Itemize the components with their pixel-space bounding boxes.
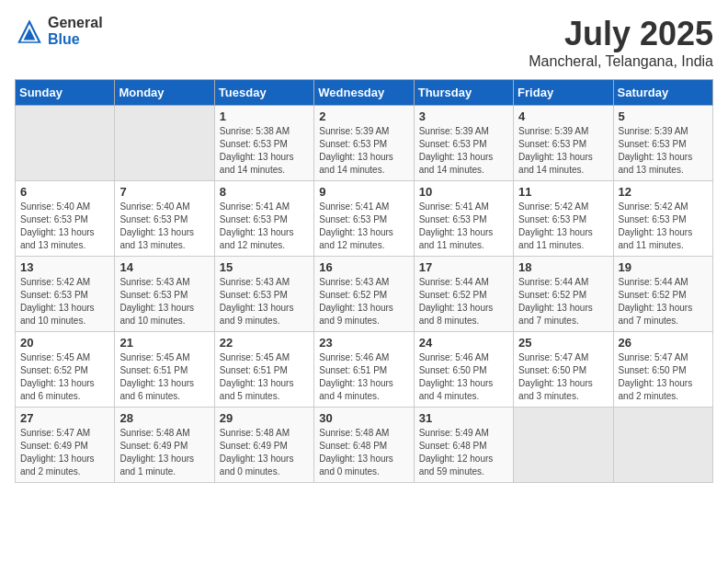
day-info: Sunrise: 5:41 AM Sunset: 6:53 PM Dayligh… <box>419 201 508 252</box>
day-info: Sunrise: 5:45 AM Sunset: 6:51 PM Dayligh… <box>220 351 309 403</box>
day-info: Sunrise: 5:39 AM Sunset: 6:53 PM Dayligh… <box>419 125 508 177</box>
day-info: Sunrise: 5:46 AM Sunset: 6:51 PM Dayligh… <box>319 351 408 403</box>
calendar-cell: 13Sunrise: 5:42 AM Sunset: 6:53 PM Dayli… <box>16 257 115 332</box>
week-row-5: 27Sunrise: 5:47 AM Sunset: 6:49 PM Dayli… <box>16 408 713 483</box>
day-info: Sunrise: 5:48 AM Sunset: 6:49 PM Dayligh… <box>220 427 309 478</box>
header-monday: Monday <box>115 80 214 106</box>
day-number: 20 <box>20 336 109 350</box>
calendar-cell: 12Sunrise: 5:42 AM Sunset: 6:53 PM Dayli… <box>613 181 712 257</box>
day-number: 8 <box>220 185 309 199</box>
calendar-cell: 26Sunrise: 5:47 AM Sunset: 6:50 PM Dayli… <box>613 332 712 408</box>
calendar-cell: 8Sunrise: 5:41 AM Sunset: 6:53 PM Daylig… <box>214 181 313 257</box>
day-number: 5 <box>619 109 708 123</box>
day-info: Sunrise: 5:38 AM Sunset: 6:53 PM Dayligh… <box>220 125 309 177</box>
month-title: July 2025 <box>529 15 713 53</box>
calendar-cell: 10Sunrise: 5:41 AM Sunset: 6:53 PM Dayli… <box>414 181 513 257</box>
day-number: 2 <box>319 109 408 123</box>
day-info: Sunrise: 5:40 AM Sunset: 6:53 PM Dayligh… <box>20 201 109 252</box>
day-number: 22 <box>220 336 309 350</box>
day-info: Sunrise: 5:42 AM Sunset: 6:53 PM Dayligh… <box>619 201 708 252</box>
calendar-cell: 24Sunrise: 5:46 AM Sunset: 6:50 PM Dayli… <box>414 332 513 408</box>
day-number: 6 <box>20 185 109 199</box>
calendar-cell: 4Sunrise: 5:39 AM Sunset: 6:53 PM Daylig… <box>514 106 613 181</box>
calendar-cell: 7Sunrise: 5:40 AM Sunset: 6:53 PM Daylig… <box>115 181 214 257</box>
calendar-cell <box>613 408 712 483</box>
calendar-cell: 3Sunrise: 5:39 AM Sunset: 6:53 PM Daylig… <box>414 106 513 181</box>
day-number: 12 <box>619 185 708 199</box>
day-info: Sunrise: 5:48 AM Sunset: 6:49 PM Dayligh… <box>119 427 209 478</box>
day-number: 14 <box>119 260 209 274</box>
day-info: Sunrise: 5:44 AM Sunset: 6:52 PM Dayligh… <box>419 276 508 327</box>
day-number: 4 <box>518 109 608 123</box>
logo-general-label: General <box>48 15 103 31</box>
day-number: 25 <box>518 336 608 350</box>
day-number: 1 <box>220 109 309 123</box>
header-thursday: Thursday <box>414 80 513 106</box>
logo-text: General Blue <box>48 15 103 47</box>
calendar-cell: 22Sunrise: 5:45 AM Sunset: 6:51 PM Dayli… <box>214 332 313 408</box>
day-number: 11 <box>518 185 608 199</box>
day-number: 29 <box>220 411 309 425</box>
day-number: 26 <box>619 336 708 350</box>
day-info: Sunrise: 5:44 AM Sunset: 6:52 PM Dayligh… <box>619 276 708 327</box>
calendar-cell: 20Sunrise: 5:45 AM Sunset: 6:52 PM Dayli… <box>16 332 115 408</box>
day-info: Sunrise: 5:43 AM Sunset: 6:53 PM Dayligh… <box>220 276 309 327</box>
day-info: Sunrise: 5:45 AM Sunset: 6:51 PM Dayligh… <box>119 351 209 403</box>
calendar-cell: 9Sunrise: 5:41 AM Sunset: 6:53 PM Daylig… <box>314 181 414 257</box>
day-number: 9 <box>319 185 408 199</box>
logo-blue-label: Blue <box>48 31 103 48</box>
calendar-table: SundayMondayTuesdayWednesdayThursdayFrid… <box>15 79 713 483</box>
calendar-cell: 31Sunrise: 5:49 AM Sunset: 6:48 PM Dayli… <box>414 408 513 483</box>
day-number: 24 <box>419 336 508 350</box>
calendar-cell <box>514 408 613 483</box>
day-info: Sunrise: 5:47 AM Sunset: 6:50 PM Dayligh… <box>518 351 608 403</box>
page-header: General Blue July 2025 Mancheral, Telang… <box>15 15 713 70</box>
day-number: 31 <box>419 411 508 425</box>
calendar-cell: 1Sunrise: 5:38 AM Sunset: 6:53 PM Daylig… <box>214 106 313 181</box>
header-tuesday: Tuesday <box>214 80 313 106</box>
day-info: Sunrise: 5:40 AM Sunset: 6:53 PM Dayligh… <box>119 201 209 252</box>
day-number: 15 <box>220 260 309 274</box>
calendar-cell: 30Sunrise: 5:48 AM Sunset: 6:48 PM Dayli… <box>314 408 414 483</box>
calendar-cell: 16Sunrise: 5:43 AM Sunset: 6:52 PM Dayli… <box>314 257 414 332</box>
day-info: Sunrise: 5:47 AM Sunset: 6:49 PM Dayligh… <box>20 427 109 478</box>
day-info: Sunrise: 5:42 AM Sunset: 6:53 PM Dayligh… <box>20 276 109 327</box>
week-row-1: 1Sunrise: 5:38 AM Sunset: 6:53 PM Daylig… <box>16 106 713 181</box>
day-info: Sunrise: 5:41 AM Sunset: 6:53 PM Dayligh… <box>220 201 309 252</box>
day-info: Sunrise: 5:49 AM Sunset: 6:48 PM Dayligh… <box>419 427 508 478</box>
day-number: 23 <box>319 336 408 350</box>
day-info: Sunrise: 5:47 AM Sunset: 6:50 PM Dayligh… <box>619 351 708 403</box>
day-number: 17 <box>419 260 508 274</box>
calendar-cell: 14Sunrise: 5:43 AM Sunset: 6:53 PM Dayli… <box>115 257 214 332</box>
calendar-cell <box>16 106 115 181</box>
day-info: Sunrise: 5:43 AM Sunset: 6:53 PM Dayligh… <box>119 276 209 327</box>
location-title: Mancheral, Telangana, India <box>529 53 713 70</box>
day-info: Sunrise: 5:48 AM Sunset: 6:48 PM Dayligh… <box>319 427 408 478</box>
calendar-cell: 21Sunrise: 5:45 AM Sunset: 6:51 PM Dayli… <box>115 332 214 408</box>
day-number: 28 <box>119 411 209 425</box>
day-number: 7 <box>119 185 209 199</box>
calendar-cell: 17Sunrise: 5:44 AM Sunset: 6:52 PM Dayli… <box>414 257 513 332</box>
header-sunday: Sunday <box>16 80 115 106</box>
day-number: 21 <box>119 336 209 350</box>
day-info: Sunrise: 5:42 AM Sunset: 6:53 PM Dayligh… <box>518 201 608 252</box>
calendar-cell: 19Sunrise: 5:44 AM Sunset: 6:52 PM Dayli… <box>613 257 712 332</box>
calendar-cell: 23Sunrise: 5:46 AM Sunset: 6:51 PM Dayli… <box>314 332 414 408</box>
day-info: Sunrise: 5:43 AM Sunset: 6:52 PM Dayligh… <box>319 276 408 327</box>
calendar-cell: 18Sunrise: 5:44 AM Sunset: 6:52 PM Dayli… <box>514 257 613 332</box>
day-info: Sunrise: 5:41 AM Sunset: 6:53 PM Dayligh… <box>319 201 408 252</box>
header-friday: Friday <box>514 80 613 106</box>
calendar-cell: 29Sunrise: 5:48 AM Sunset: 6:49 PM Dayli… <box>214 408 313 483</box>
day-info: Sunrise: 5:46 AM Sunset: 6:50 PM Dayligh… <box>419 351 508 403</box>
logo: General Blue <box>15 15 103 47</box>
logo-icon <box>15 17 44 46</box>
day-info: Sunrise: 5:44 AM Sunset: 6:52 PM Dayligh… <box>518 276 608 327</box>
calendar-cell: 6Sunrise: 5:40 AM Sunset: 6:53 PM Daylig… <box>16 181 115 257</box>
calendar-cell: 5Sunrise: 5:39 AM Sunset: 6:53 PM Daylig… <box>613 106 712 181</box>
day-number: 27 <box>20 411 109 425</box>
day-number: 16 <box>319 260 408 274</box>
header-wednesday: Wednesday <box>314 80 414 106</box>
day-info: Sunrise: 5:39 AM Sunset: 6:53 PM Dayligh… <box>518 125 608 177</box>
calendar-header-row: SundayMondayTuesdayWednesdayThursdayFrid… <box>16 80 713 106</box>
day-info: Sunrise: 5:45 AM Sunset: 6:52 PM Dayligh… <box>20 351 109 403</box>
